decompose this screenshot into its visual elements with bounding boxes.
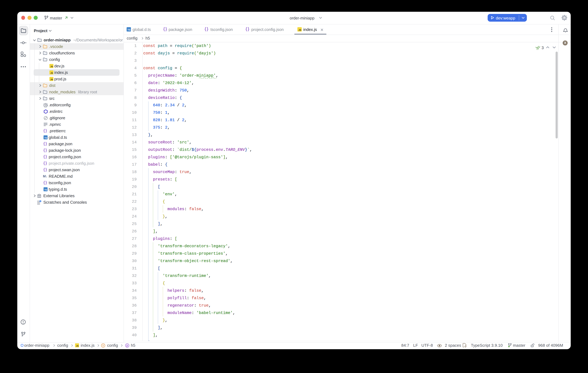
svg-text:JS: JS: [76, 345, 79, 347]
svg-text:p: p: [126, 344, 128, 347]
svg-text:JS: JS: [50, 72, 53, 74]
svg-text:TS: TS: [128, 29, 131, 31]
svg-text:JS: JS: [299, 29, 301, 31]
svg-text:JS: JS: [50, 78, 53, 81]
svg-text:JS: JS: [50, 66, 53, 68]
svg-text:TS: TS: [44, 189, 47, 191]
svg-text:TS: TS: [44, 137, 47, 139]
svg-text:V: V: [102, 344, 104, 347]
